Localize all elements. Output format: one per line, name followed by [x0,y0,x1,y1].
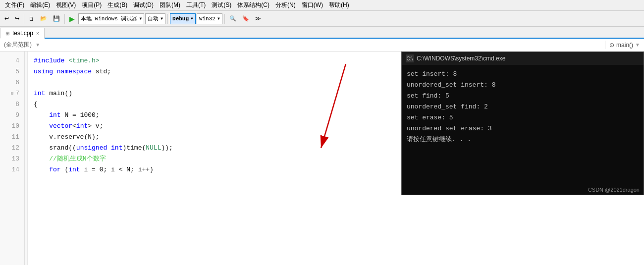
token-int-vec: int [76,121,88,132]
scope-bar: (全局范围) ▼ ⊙ main() ▼ [0,39,644,52]
scope-right-arrow: ▼ [635,42,640,48]
main-func-label: main() [616,42,633,49]
cmd-line-1: set insert: 8 [407,69,639,80]
menu-architecture[interactable]: 体系结构(C) [234,0,272,10]
token-int-for: int [68,164,84,175]
token-for-body: i = 0; i < N; i++) [84,164,153,175]
line-num-5: 5 [0,66,24,77]
token-srand-1: srand(( [34,143,76,154]
cmd-window: C:\ C:\WINDOWS\system32\cmd.exe set inse… [401,52,644,195]
line-num-12: 12 [0,143,24,154]
new-file-button[interactable]: 🗋 [26,13,37,25]
token-int-main: int [34,88,49,99]
menu-project[interactable]: 项目(P) [79,0,105,10]
menu-bar: 文件(F) 编辑(E) 视图(V) 项目(P) 生成(B) 调试(D) 团队(M… [0,0,644,11]
menu-analyze[interactable]: 分析(N) [272,0,299,10]
token-unsigned: unsigned [76,143,111,154]
cmd-icon: C:\ [406,54,414,62]
menu-view[interactable]: 视图(V) [53,0,79,10]
token-for-parens: ( [64,164,68,175]
tab-filename: test.cpp [12,30,33,37]
debugger-dropdown-arrow: ▼ [139,16,142,21]
token-open-brace: { [34,99,38,110]
toolbar: ↩ ↪ 🗋 📂 💾 ▶ 本地 Windows 调试器 ▼ 自动 ▼ Debug … [0,11,644,27]
token-int-N: int [49,110,64,121]
line-num-6: 6 [0,77,24,88]
mode-dropdown[interactable]: 自动 ▼ [145,13,165,24]
mode-dropdown-arrow: ▼ [161,16,163,21]
global-scope-label: (全局范围) [4,41,32,48]
save-button[interactable]: 💾 [51,13,62,25]
token-include-kw: #include [34,55,68,66]
cmd-body: set insert: 8 unordered_set insert: 8 se… [402,65,644,149]
open-file-button[interactable]: 📂 [38,13,50,25]
tab-pin-icon: ⊞ [5,31,9,36]
line-num-11: 11 [0,132,24,143]
toolbar-separator-4 [224,14,225,24]
cmd-line-6: unordered_set erase: 3 [407,123,639,134]
token-indent-10 [34,121,49,132]
redo-button[interactable]: ↪ [12,13,22,25]
main-func-icon: ⊙ [609,42,614,49]
cmd-line-7: 请按任意键继续. . . [407,134,639,145]
search-button[interactable]: 🔍 [227,13,239,25]
run-button[interactable]: ▶ [67,13,77,25]
toolbar-separator-3 [167,14,168,24]
token-reserve: v.reserve(N); [34,132,100,143]
token-namespace: namespace [57,66,96,77]
line-num-4: 4 [0,55,24,66]
line-num-8: 8 [0,99,24,110]
scope-right[interactable]: ⊙ main() ▼ [605,42,644,49]
scope-left[interactable]: (全局范围) ▼ [0,41,605,49]
menu-window[interactable]: 窗口(W) [299,0,326,10]
debugger-dropdown[interactable]: 本地 Windows 调试器 ▼ [78,13,144,24]
token-srand-2: )time( [122,143,146,154]
config-dropdown[interactable]: Debug ▼ [170,13,196,24]
menu-debug[interactable]: 调试(D) [130,0,157,10]
menu-test[interactable]: 测试(S) [209,0,234,10]
cmd-line-2: unordered_set insert: 8 [407,80,639,91]
token-int-srand: int [111,143,122,154]
menu-edit[interactable]: 编辑(E) [27,0,53,10]
editor-area: 4 5 6 ⊟ 7 8 9 10 11 12 13 14 #include <t… [0,52,644,265]
line-num-9: 9 [0,110,24,121]
line-num-13: 13 [0,154,24,164]
menu-build[interactable]: 生成(B) [105,0,130,10]
scope-left-arrow: ▼ [35,42,40,48]
token-srand-3: )); [161,143,172,154]
debugger-label: 本地 Windows 调试器 [81,15,137,22]
line-num-7: ⊟ 7 [0,88,24,99]
undo-button[interactable]: ↩ [2,13,11,25]
line-numbers: 4 5 6 ⊟ 7 8 9 10 11 12 13 14 [0,52,25,265]
token-gt-v: > v; [88,121,103,132]
line-num-10: 10 [0,121,24,132]
more-button[interactable]: ≫ [253,13,264,25]
menu-team[interactable]: 团队(M) [157,0,183,10]
token-main-func: main() [49,88,72,99]
cmd-line-3: set find: 5 [407,91,639,102]
toolbar-separator-1 [24,14,24,24]
token-indent-9 [34,110,49,121]
token-lt: < [72,121,76,132]
menu-help[interactable]: 帮助(H) [326,0,352,10]
menu-tools[interactable]: 工具(T) [183,0,209,10]
token-using: using [34,66,57,77]
token-include-path: <time.h> [68,55,99,66]
toolbar-separator-2 [64,14,65,24]
token-null: NULL [146,143,161,154]
tab-bar: ⊞ test.cpp × [0,27,644,39]
config-dropdown-arrow: ▼ [191,16,193,21]
line-num-14: 14 [0,164,24,175]
token-N-val: N = 1000; [64,110,99,121]
cmd-watermark: CSDN @2021dragon [588,187,640,193]
tab-test-cpp[interactable]: ⊞ test.cpp × [0,28,45,39]
collapse-btn-7[interactable]: ⊟ [11,88,13,99]
bookmark-button[interactable]: 🔖 [240,13,252,25]
token-indent-14 [34,164,49,175]
cmd-line-5: set erase: 5 [407,112,639,123]
cmd-title: C:\WINDOWS\system32\cmd.exe [417,55,505,62]
menu-file[interactable]: 文件(F) [2,0,27,10]
token-for: for [49,164,64,175]
platform-dropdown[interactable]: Win32 ▼ [197,13,222,24]
tab-close-button[interactable]: × [36,31,39,36]
